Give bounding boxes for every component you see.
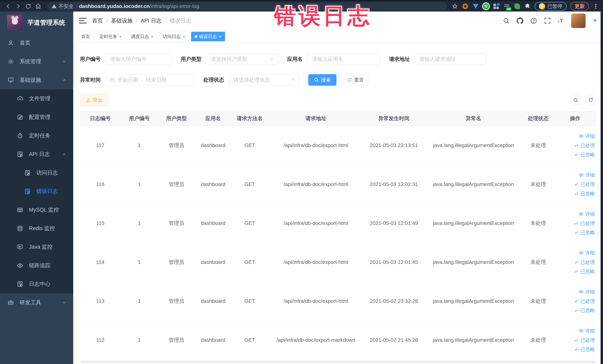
extension-blue-icon[interactable]	[472, 3, 479, 10]
address-bar[interactable]: 不安全 dashboard.yudao.iocoder.cn/infra/log…	[47, 2, 447, 11]
breadcrumb-api-log[interactable]: API 日志	[141, 17, 162, 24]
detail-link[interactable]: 详细	[554, 133, 595, 139]
fullscreen-icon[interactable]	[544, 17, 551, 24]
request-url-input[interactable]	[415, 53, 486, 65]
sidebar-item-file-manage[interactable]: 文件管理	[0, 89, 73, 108]
exception-time-label: 异常时间	[80, 76, 101, 83]
detail-link[interactable]: 详细	[554, 211, 595, 217]
update-badge[interactable]: 更新	[570, 2, 589, 11]
screen: 不安全 dashboard.yudao.iocoder.cn/infra/log…	[0, 0, 603, 364]
sidebar-item-home[interactable]: 首页	[0, 34, 73, 52]
process-status-select[interactable]: 请选择处理状态	[229, 74, 299, 86]
browser-back-icon[interactable]	[4, 2, 12, 10]
app-name-input[interactable]	[308, 53, 380, 65]
breadcrumb-home[interactable]: 首页	[92, 17, 103, 24]
detail-link[interactable]: 详细	[554, 250, 595, 256]
sidebar-toggle-icon[interactable]	[79, 18, 87, 24]
ignored-link[interactable]: 已忽略	[554, 269, 595, 274]
browser-forward-icon[interactable]	[14, 2, 22, 10]
extension-onoff-icon[interactable]: on	[503, 3, 510, 10]
ignored-link[interactable]: 已忽略	[554, 308, 595, 313]
date-end-placeholder[interactable]: 结束日期	[146, 76, 167, 83]
processed-link[interactable]: 已处理	[554, 299, 595, 304]
check-icon	[574, 299, 579, 304]
extension-orange-icon[interactable]	[462, 3, 469, 10]
sidebar-item-java-monitor[interactable]: Java 监控	[0, 238, 73, 256]
detail-link[interactable]: 详细	[554, 328, 595, 333]
user-type-select[interactable]: 请选择用户类型	[206, 53, 278, 65]
breadcrumb: 首页 / 基础设施 / API 日志 / 错误日志	[92, 17, 191, 24]
tab-scheduled-jobs[interactable]: 定时任务×	[96, 32, 125, 41]
user-id-input[interactable]	[105, 53, 172, 65]
github-icon[interactable]	[516, 17, 524, 24]
tab-dispatch-log[interactable]: 调度日志×	[128, 32, 157, 41]
browser-menu-icon[interactable]: ⋮	[593, 4, 599, 8]
browser-extensions: V on 已暂停 更新 ⋮	[452, 2, 599, 11]
table-grid-icon	[17, 207, 23, 213]
search-icon[interactable]	[502, 17, 510, 24]
refresh-table-button[interactable]	[585, 94, 596, 106]
processed-link[interactable]: 已处理	[554, 338, 595, 343]
ignored-link[interactable]: 已忽略	[554, 152, 595, 157]
sidebar-item-system[interactable]: 系统管理	[0, 52, 73, 71]
check-icon	[574, 191, 579, 196]
user-type-label: 用户类型	[181, 56, 201, 63]
app-logo	[7, 15, 23, 30]
table-toolbar: 导出	[80, 94, 596, 106]
tab-home[interactable]: 首页	[78, 32, 94, 41]
detail-link[interactable]: 详细	[554, 172, 595, 178]
date-start-placeholder[interactable]: 开始日期	[117, 76, 138, 83]
search-button[interactable]: 搜索	[308, 74, 336, 86]
extension-grid-icon[interactable]	[493, 3, 500, 10]
extension-leaf-icon[interactable]	[514, 3, 521, 10]
sidebar-item-mysql-monitor[interactable]: MySQL 监控	[0, 201, 73, 219]
processed-link[interactable]: 已处理	[554, 182, 595, 187]
chevron-up-icon	[62, 78, 67, 82]
app-logo-row[interactable]: 芋道管理系统	[0, 12, 73, 34]
horizontal-scrollbar[interactable]	[80, 361, 596, 363]
sidebar-item-dev-tools[interactable]: 研发工具	[0, 293, 73, 312]
bookmark-star-icon[interactable]	[452, 3, 458, 10]
reset-button[interactable]: 重置	[341, 74, 370, 86]
user-avatar[interactable]	[571, 13, 586, 28]
ignored-link[interactable]: 已忽略	[554, 191, 595, 196]
browser-home-icon[interactable]	[34, 2, 42, 10]
tab-access-log[interactable]: 访问日志×	[159, 32, 189, 41]
extensions-puzzle-icon[interactable]	[524, 3, 531, 10]
font-size-icon[interactable]: TT	[557, 17, 565, 24]
processed-link[interactable]: 已处理	[554, 260, 595, 265]
sidebar-item-tracing[interactable]: 链路追踪	[0, 256, 73, 275]
close-icon[interactable]: ×	[151, 34, 153, 39]
security-warning[interactable]: 不安全	[52, 3, 74, 10]
date-range-picker[interactable]: 开始日期 - 结束日期	[105, 74, 194, 86]
sidebar-item-redis-monitor[interactable]: Redis 监控	[0, 219, 73, 238]
extension-green-v-icon[interactable]: V	[483, 3, 489, 10]
ignored-link[interactable]: 已忽略	[554, 347, 595, 352]
sidebar-item-log-center[interactable]: 日志中心	[0, 275, 73, 293]
sidebar-item-infra[interactable]: 基础设施	[0, 71, 73, 89]
app-name-label: 应用名	[287, 56, 303, 63]
sidebar-item-api-log[interactable]: API 日志	[0, 145, 73, 164]
tab-error-log[interactable]: 错误日志×	[191, 32, 225, 41]
search-icon	[314, 78, 319, 82]
processed-link[interactable]: 已处理	[554, 221, 595, 226]
sidebar-item-scheduled-jobs[interactable]: 定时任务	[0, 127, 73, 145]
toggle-search-button[interactable]	[570, 94, 581, 106]
export-button[interactable]: 导出	[80, 94, 108, 106]
caret-down-icon[interactable]	[593, 20, 597, 22]
refresh-icon	[588, 97, 593, 103]
close-icon[interactable]: ×	[182, 34, 185, 39]
close-icon[interactable]: ×	[119, 34, 122, 39]
help-icon[interactable]	[530, 17, 537, 24]
sidebar-item-error-log[interactable]: 错误日志	[0, 182, 73, 201]
eye-icon	[579, 250, 584, 256]
sidebar-item-access-log[interactable]: 访问日志	[0, 164, 73, 182]
ignored-link[interactable]: 已忽略	[554, 230, 595, 235]
sidebar-item-config-manage[interactable]: 配置管理	[0, 108, 73, 127]
processed-link[interactable]: 已处理	[554, 143, 595, 148]
breadcrumb-infra[interactable]: 基础设施	[111, 17, 133, 24]
detail-link[interactable]: 详细	[554, 289, 595, 294]
close-icon[interactable]: ×	[219, 34, 221, 39]
paused-badge[interactable]: 已暂停	[534, 2, 567, 11]
browser-reload-icon[interactable]	[24, 2, 32, 10]
